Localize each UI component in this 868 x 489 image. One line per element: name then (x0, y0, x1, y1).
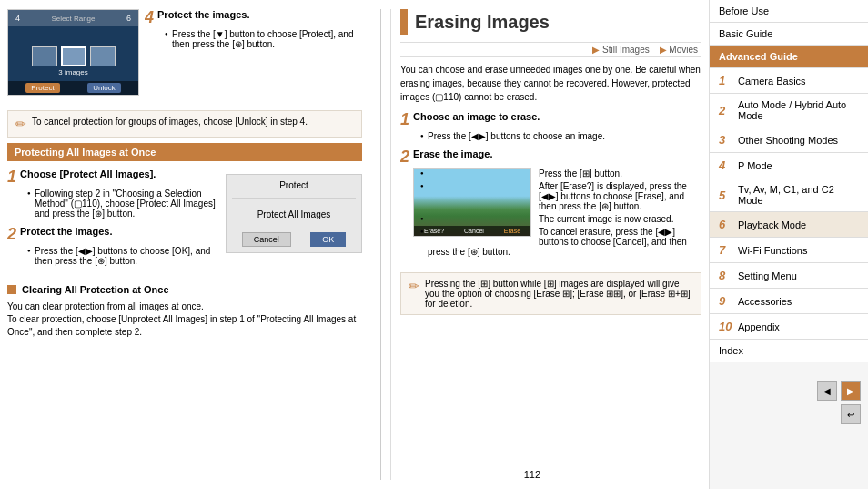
note-icon: ✏ (15, 117, 26, 131)
protect-step1-bullet: Following step 2 in "Choosing a Selectio… (27, 188, 218, 219)
range-title: Select Range (51, 15, 95, 23)
protect-step1-title: 1 Choose [Protect All Images]. (7, 168, 218, 185)
dialog-cancel-btn[interactable]: Cancel (242, 232, 291, 247)
erase-step2-bullet1: Press the [⊞] button. (420, 168, 701, 178)
page-number: 112 (524, 469, 540, 480)
sidebar-index[interactable]: Index (710, 340, 868, 362)
thumb-3 (90, 46, 116, 66)
dialog-ok-btn[interactable]: OK (310, 232, 346, 247)
erase-step1-bullet: Press the [◀▶] buttons to choose an imag… (420, 131, 701, 141)
sidebar-item-9[interactable]: 9 Accessories (710, 289, 868, 314)
protecting-section-header: Protecting All Images at Once (7, 143, 362, 161)
sidebar-before-use[interactable]: Before Use (710, 0, 868, 23)
erase-step2-title: 2 Erase the image. (400, 148, 701, 165)
sidebar-item-3[interactable]: 3 Other Shooting Modes (710, 127, 868, 153)
image-count: 3 images (58, 68, 87, 76)
sidebar-item-8[interactable]: 8 Setting Menu (710, 263, 868, 289)
erase-step2-bullet3: The current image is now erased. (420, 214, 701, 224)
sidebar-item-2[interactable]: 2 Auto Mode / Hybrid Auto Mode (710, 94, 868, 127)
home-nav-btn[interactable]: ↩ (841, 404, 861, 424)
dialog-content: Protect All Images (232, 202, 356, 227)
step4-bullet-1: Press the [▼] button to choose [Protect]… (165, 29, 362, 49)
erasing-section-header: Erasing Images (400, 9, 701, 35)
select-range-screenshot: 4 Select Range 6 3 images Protect Unlock (7, 9, 139, 96)
next-nav-btn[interactable]: ▶ (841, 381, 861, 401)
sidebar-item-7[interactable]: 7 Wi-Fi Functions (710, 238, 868, 263)
prev-nav-btn[interactable]: ◀ (817, 381, 837, 401)
dialog-title: Protect (232, 180, 356, 190)
protect-step2-title: 2 Protect the images. (7, 226, 218, 242)
sidebar-basic-guide[interactable]: Basic Guide (710, 23, 868, 46)
range-end: 6 (126, 14, 131, 23)
protect-step2-bullet: Press the [◀▶] buttons to choose [OK], a… (27, 246, 218, 266)
protect-btn[interactable]: Protect (25, 83, 59, 93)
erasing-intro: You can choose and erase unneeded images… (400, 63, 701, 104)
sidebar-advanced-guide[interactable]: Advanced Guide (710, 46, 868, 68)
range-start: 4 (15, 14, 20, 23)
thumb-1 (32, 46, 57, 66)
sidebar-item-10[interactable]: 10 Appendix (710, 314, 868, 340)
erasing-title-bar (400, 9, 408, 35)
erase-note-box: ✏ Pressing the [⊞] button while [⊞] imag… (400, 272, 701, 315)
clearing-section-header: Clearing All Protection at Once (7, 284, 362, 295)
orange-square-icon (7, 285, 16, 294)
erase-step1-title: 1 Choose an image to erase. (400, 111, 701, 127)
clearing-text: You can clear protection from all images… (7, 301, 362, 339)
erase-note-icon: ✏ (409, 279, 419, 309)
erase-step2-bullet2: After [Erase?] is displayed, press the [… (420, 181, 701, 211)
sidebar-item-4[interactable]: 4 P Mode (710, 153, 868, 178)
still-movies-bar: Still Images Movies (400, 42, 701, 57)
note-box-1: ✏ To cancel protection for groups of ima… (7, 110, 362, 138)
step4-title: 4 Protect the images. (145, 9, 362, 25)
protect-dialog: Protect Protect All Images Cancel OK (226, 174, 362, 253)
erase-step2-bullet4: To cancel erasure, press the [◀▶] button… (420, 227, 701, 257)
sidebar-item-6[interactable]: 6 Playback Mode (710, 212, 868, 238)
sidebar-item-5[interactable]: 5 Tv, Av, M, C1, and C2 Mode (710, 178, 868, 212)
unlock-btn[interactable]: Unlock (87, 83, 120, 93)
erase-note-text: Pressing the [⊞] button while [⊞] images… (425, 279, 693, 309)
sidebar-item-1[interactable]: 1 Camera Basics (710, 68, 868, 94)
thumb-2 (61, 46, 86, 66)
